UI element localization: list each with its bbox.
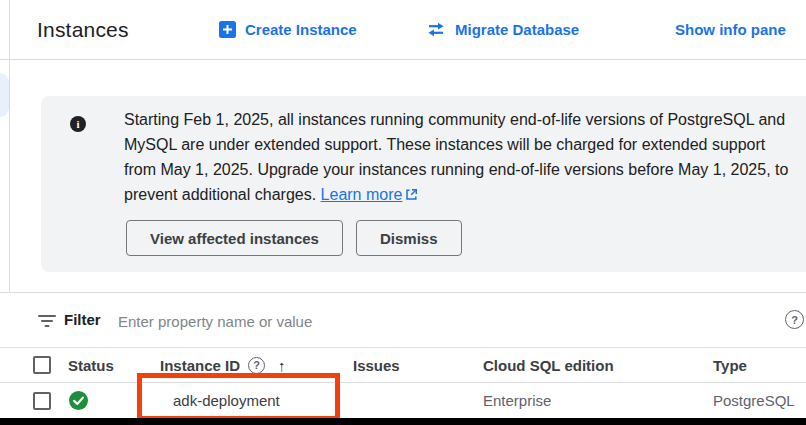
header-status: Status — [68, 348, 114, 382]
filter-icon — [38, 315, 56, 327]
create-instance-label: Create Instance — [245, 21, 357, 38]
type-cell: PostgreSQL — [713, 383, 795, 418]
notice-line: from May 1, 2025. Upgrade your instances… — [124, 157, 788, 182]
header-instance-id[interactable]: Instance ID ? ↑ — [160, 348, 286, 382]
migrate-database-label: Migrate Database — [455, 21, 579, 38]
filter-label[interactable]: Filter — [64, 311, 101, 328]
bottom-edge-bar — [0, 418, 806, 425]
show-info-pane-label: Show info pane — [675, 21, 786, 38]
create-instance-button[interactable]: Create Instance — [219, 0, 357, 59]
show-info-pane-button[interactable]: Show info pane — [675, 0, 786, 59]
left-nav-edge — [0, 0, 10, 292]
page-title: Instances — [37, 18, 129, 42]
header-type: Type — [713, 348, 747, 382]
view-affected-instances-button[interactable]: View affected instances — [126, 220, 343, 256]
notice-buttons: View affected instances Dismiss — [126, 220, 462, 256]
filter-help-icon[interactable]: ? — [785, 310, 804, 329]
swap-arrows-icon — [426, 22, 446, 37]
cloud-sql-instances-page: Instances Create Instance Migrate Da — [0, 0, 806, 425]
instance-id-help-icon[interactable]: ? — [248, 357, 265, 374]
notice-text: Starting Feb 1, 2025, all instances runn… — [124, 107, 788, 207]
notice-line-text: prevent additional charges. — [124, 186, 316, 203]
checkbox-icon — [33, 392, 51, 410]
notice-line: prevent additional charges. Learn more — [124, 182, 788, 207]
filter-input[interactable] — [116, 305, 720, 337]
migrate-database-button[interactable]: Migrate Database — [426, 0, 579, 59]
status-ok-icon — [69, 383, 88, 418]
toolbar: Instances Create Instance Migrate Da — [10, 0, 806, 59]
header-edition: Cloud SQL edition — [483, 348, 614, 382]
extended-support-notice: i Starting Feb 1, 2025, all instances ru… — [41, 96, 806, 272]
add-box-icon — [219, 21, 236, 38]
toolbar-divider — [0, 59, 806, 60]
learn-more-link[interactable]: Learn more — [321, 186, 403, 203]
notice-line: Starting Feb 1, 2025, all instances runn… — [124, 107, 788, 132]
nav-selection-fragment — [0, 73, 9, 117]
edition-cell: Enterprise — [483, 383, 551, 418]
filter-bar: Filter ? — [0, 292, 806, 348]
page-title-wrap: Instances — [37, 0, 129, 59]
external-link-icon — [405, 188, 418, 201]
row-checkbox[interactable] — [33, 383, 51, 418]
notice-line: MySQL are under extended support. These … — [124, 132, 788, 157]
table-header: Status Instance ID ? ↑ Issues Cloud SQL … — [0, 347, 806, 383]
table-row[interactable]: adk-deployment Enterprise PostgreSQL — [0, 383, 806, 418]
header-issues: Issues — [353, 348, 400, 382]
select-all-checkbox[interactable] — [33, 348, 51, 382]
info-icon: i — [70, 116, 86, 132]
instance-id-cell[interactable]: adk-deployment — [173, 383, 280, 418]
sort-ascending-icon[interactable]: ↑ — [278, 357, 286, 374]
dismiss-button[interactable]: Dismiss — [356, 220, 462, 256]
checkbox-icon — [33, 356, 51, 374]
